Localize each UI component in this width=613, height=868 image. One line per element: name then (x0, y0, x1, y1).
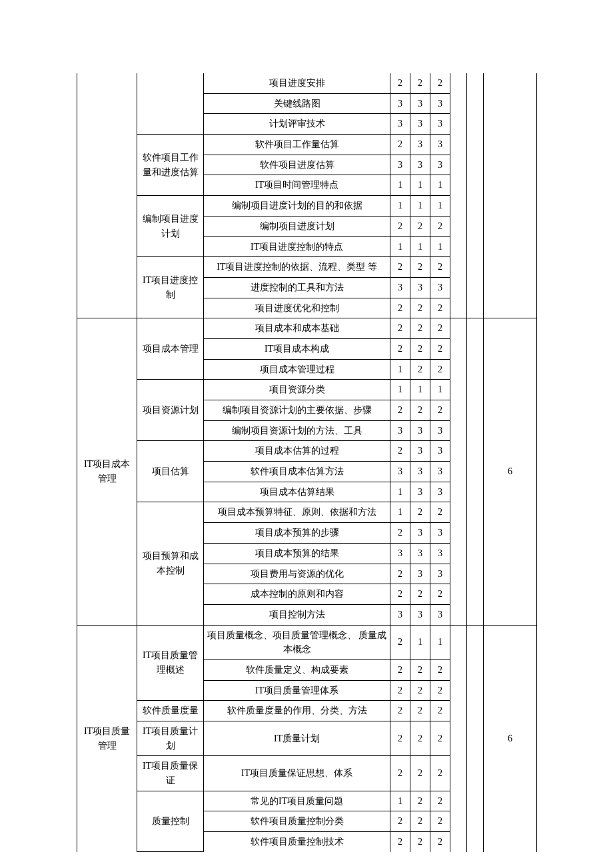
score-cell: 3 (410, 114, 430, 135)
score-cell: 2 (410, 216, 430, 236)
table-row: IT项目质量管理IT项目质量管理概述项目质量概念、项目质量管理概念、 质量成本概… (77, 625, 537, 659)
score-cell: 2 (390, 318, 410, 339)
score-cell: 2 (390, 756, 410, 791)
score-cell: 1 (390, 359, 410, 380)
score-cell: 2 (390, 721, 410, 756)
score-cell: 2 (430, 701, 450, 721)
score-cell: 1 (430, 625, 450, 659)
item-label: 项目成本估算结果 (204, 482, 390, 502)
score-cell: 2 (410, 400, 430, 421)
blank-cell (450, 625, 467, 852)
item-label: IT项目成本构成 (204, 338, 390, 359)
item-label: 常见的IT项目质量问题 (204, 791, 390, 811)
score-cell: 3 (410, 135, 430, 155)
item-label: 项目成本预算的结果 (204, 543, 390, 564)
score-cell: 1 (390, 791, 410, 811)
blank-cell (467, 318, 484, 625)
score-cell: 2 (390, 216, 410, 236)
group-label: IT项目质量管理概述 (137, 625, 204, 701)
score-cell: 3 (390, 155, 410, 175)
score-cell: 3 (410, 523, 430, 544)
score-cell: 2 (430, 659, 450, 680)
item-label: 项目进度优化和控制 (204, 298, 390, 318)
score-cell: 3 (410, 482, 430, 502)
score-cell: 1 (430, 175, 450, 196)
score-cell: 3 (430, 114, 450, 135)
item-label: 软件质量定义、构成要素 (204, 659, 390, 680)
table-row: 项目进度安排222 (77, 73, 537, 93)
score-cell: 3 (430, 523, 450, 544)
group-label: 项目资源计划 (137, 380, 204, 441)
group-label: 软件质量度量 (137, 701, 204, 721)
score-cell: 2 (410, 73, 430, 93)
table-row: IT项目成本管理项目成本管理项目成本和成本基础2226 (77, 318, 537, 339)
score-cell: 3 (430, 135, 450, 155)
score-cell: 1 (410, 196, 430, 217)
score-cell: 3 (430, 441, 450, 462)
group-label: IT项目质量保证 (137, 756, 204, 791)
score-cell: 2 (430, 318, 450, 339)
item-label: 软件项目质量控制分类 (204, 811, 390, 832)
item-label: 编制项目资源计划的主要依据、步骤 (204, 400, 390, 421)
score-cell: 3 (410, 277, 430, 298)
score-cell: 2 (410, 791, 430, 811)
item-label: 计划评审技术 (204, 114, 390, 135)
score-cell: 1 (390, 196, 410, 217)
score-cell: 2 (430, 756, 450, 791)
group-label: 质量控制 (137, 791, 204, 852)
score-cell: 3 (410, 604, 430, 625)
score-cell: 2 (430, 216, 450, 236)
score-cell: 3 (410, 155, 430, 175)
score-cell: 2 (410, 359, 430, 380)
group-label: 编制项目进度计划 (137, 196, 204, 257)
score-cell: 1 (410, 175, 430, 196)
score-cell: 1 (410, 236, 430, 257)
score-cell: 2 (430, 359, 450, 380)
score-cell: 1 (410, 380, 430, 400)
score-cell: 2 (430, 298, 450, 318)
score-cell: 2 (390, 338, 410, 359)
score-cell: 2 (390, 73, 410, 93)
score-cell: 2 (390, 400, 410, 421)
item-label: IT项目进度控制的依据、流程、类型 等 (204, 257, 390, 278)
score-cell: 2 (430, 73, 450, 93)
item-label: 项目资源分类 (204, 380, 390, 400)
score-cell: 3 (390, 114, 410, 135)
score-cell: 2 (430, 832, 450, 852)
score-cell: 1 (390, 380, 410, 400)
item-label: 编制项目进度计划的目的和依据 (204, 196, 390, 217)
score-cell: 2 (430, 680, 450, 701)
score-cell: 1 (390, 482, 410, 502)
score-cell: 3 (390, 420, 410, 441)
score-cell: 3 (430, 543, 450, 564)
score-cell: 2 (410, 298, 430, 318)
section-label: IT项目质量管理 (77, 625, 137, 852)
score-cell: 2 (390, 832, 410, 852)
item-label: 软件质量度量的作用、分类、方法 (204, 701, 390, 721)
score-cell: 2 (410, 811, 430, 832)
score-cell: 2 (430, 338, 450, 359)
score-cell: 2 (410, 680, 430, 701)
item-label: 关键线路图 (204, 93, 390, 114)
score-cell: 2 (390, 257, 410, 278)
score-cell: 2 (410, 832, 430, 852)
group-label: 软件项目工作量和进度估算 (137, 135, 204, 196)
score-cell: 2 (430, 257, 450, 278)
blank-cell (467, 625, 484, 852)
score-cell: 2 (410, 257, 430, 278)
item-label: IT项目时间管理特点 (204, 175, 390, 196)
score-cell: 2 (390, 298, 410, 318)
score-cell: 2 (430, 721, 450, 756)
item-label: 软件项目成本估算方法 (204, 462, 390, 482)
score-cell: 3 (390, 604, 410, 625)
item-label: 软件项目进度估算 (204, 155, 390, 175)
score-cell: 2 (410, 584, 430, 605)
score-cell: 3 (410, 441, 430, 462)
item-label: 编制项目资源计划的方法、工具 (204, 420, 390, 441)
score-cell: 1 (430, 380, 450, 400)
score-cell: 3 (430, 155, 450, 175)
item-label: 软件项目质量控制技术 (204, 832, 390, 852)
score-cell: 2 (390, 584, 410, 605)
syllabus-table: 项目进度安排222关键线路图333计划评审技术333软件项目工作量和进度估算软件… (77, 73, 537, 852)
score-cell: 3 (390, 277, 410, 298)
